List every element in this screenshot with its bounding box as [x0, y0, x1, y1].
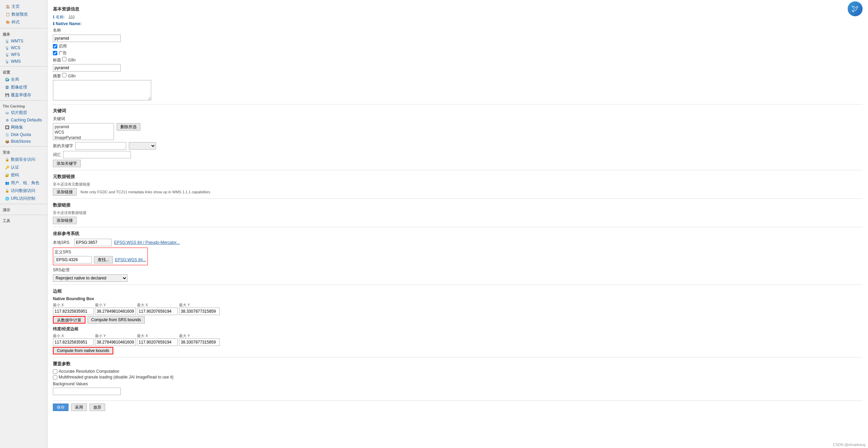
ad-checkbox[interactable] — [53, 51, 57, 55]
abstract-textarea[interactable] — [53, 80, 151, 100]
add-keyword-button[interactable]: 添加关键字 — [53, 160, 81, 167]
sidebar-item-home[interactable]: 🏠 主页 — [3, 3, 44, 11]
compute-from-data-button[interactable]: 从数据中计算 — [53, 316, 85, 324]
declared-srs-input[interactable] — [55, 256, 92, 264]
sidebar-item-auth[interactable]: 🔑 认证 — [0, 163, 47, 171]
declared-srs-label: 定义SRS — [55, 250, 71, 254]
native-min-y-input[interactable] — [95, 308, 136, 315]
title-input[interactable] — [53, 35, 121, 42]
sidebar-item-blobstores[interactable]: 📦 BlobStores — [0, 138, 47, 145]
multithreaded-checkbox[interactable] — [53, 375, 57, 379]
vocab-input[interactable] — [63, 151, 131, 158]
latlon-min-x-label: 最小 X — [53, 333, 94, 338]
no-data-links-text: 至今还没有数据链接 — [53, 210, 863, 215]
native-bb-buttons: 从数据中计算 Compute from SRS bounds — [53, 316, 863, 324]
srs-handling-select[interactable]: Reproject native to declared — [53, 274, 127, 282]
defaults-icon: ⚙ — [5, 118, 9, 122]
access-icon: 🔓 — [5, 189, 9, 193]
compute-from-native-button[interactable]: Compute from native bounds — [53, 347, 113, 354]
vocab-select[interactable] — [129, 142, 156, 150]
latlon-min-y-group: 最小 Y — [95, 333, 136, 346]
sidebar-item-disk-quota[interactable]: 💿 Disk Quota — [0, 131, 47, 138]
apply-button[interactable]: 采用 — [71, 404, 87, 411]
sidebar-item-url-access[interactable]: 🌐 URL访问控制 — [0, 195, 47, 202]
native-name-label: ℹ Native Name: — [53, 21, 81, 26]
accurate-resolution-checkbox[interactable] — [53, 369, 57, 374]
native-srs-row: 本地SRS EPSG:WGS 84 / Pseudo-Mercator... — [53, 239, 863, 246]
native-max-y-input[interactable] — [179, 308, 220, 315]
sidebar-item-data-security[interactable]: 🔒 数据安全访问 — [0, 156, 47, 163]
blob-icon: 📦 — [5, 139, 9, 144]
description-input[interactable] — [53, 64, 121, 72]
native-srs-input[interactable] — [74, 239, 112, 246]
sidebar-section-tile-caching: Tile Caching — [0, 102, 47, 109]
keyword-item[interactable]: WCS — [54, 130, 113, 135]
native-max-x-input[interactable] — [137, 308, 178, 315]
native-min-x-label: 最小 X — [53, 303, 94, 308]
sidebar-item-tile-layers[interactable]: 🗂 切片图层 — [0, 109, 47, 117]
users-icon: 👥 — [5, 181, 9, 186]
sidebar: 🏠 主页 📋 数据预览 🎨 样式 服务 📡 WMTS 📡 WCS 📡 WFS — [0, 0, 47, 448]
sidebar-item-preview[interactable]: 📋 数据预览 — [3, 11, 44, 18]
sidebar-item-users[interactable]: 👥 用户、组、角色 — [0, 179, 47, 187]
latlon-max-x-group: 最大 X — [137, 333, 178, 346]
add-data-link-button[interactable]: 添加链接 — [53, 217, 77, 224]
latlon-bb-label: 纬度/经度边框 — [53, 326, 863, 332]
sidebar-item-wmts[interactable]: 📡 WMTS — [0, 38, 47, 44]
native-max-x-group: 最大 X — [137, 303, 178, 315]
sidebar-item-coverage-cache[interactable]: 💾 覆盖率缓存 — [0, 91, 47, 99]
cancel-button[interactable]: 放弃 — [90, 404, 105, 411]
wms-icon: 📡 — [5, 59, 9, 64]
native-min-y-label: 最小 Y — [95, 303, 136, 308]
i18n-abstract-checkbox[interactable] — [62, 73, 66, 77]
sidebar-item-wms[interactable]: 📡 WMS — [0, 58, 47, 65]
latlon-min-x-input[interactable] — [53, 338, 94, 346]
enabled-checkbox[interactable] — [53, 44, 57, 48]
name-row: ℹ 名称: JJJ — [53, 14, 863, 20]
native-srs-label: 本地SRS — [53, 240, 70, 246]
data-links-section-title: 数据链接 — [53, 202, 863, 208]
declared-srs-link[interactable]: EPSG:WGS 84... — [115, 257, 146, 262]
keywords-section-title: 关键词 — [53, 108, 863, 114]
keyword-item[interactable]: ImagePyramid — [54, 135, 113, 140]
metadata-links-section-title: 元数据链接 — [53, 174, 863, 180]
background-values-input[interactable] — [53, 388, 121, 395]
declared-srs-box: 定义SRS 查找... EPSG:WGS 84... — [53, 248, 148, 265]
latlon-max-y-label: 最大 Y — [179, 333, 220, 338]
native-name-row: ℹ Native Name: — [53, 21, 863, 26]
name-value: JJJ — [68, 15, 75, 20]
wfs-icon: 📡 — [5, 52, 9, 57]
compute-from-srs-button[interactable]: Compute from SRS bounds — [87, 316, 145, 324]
latlon-max-x-input[interactable] — [137, 338, 178, 346]
wmts-icon: 📡 — [5, 39, 9, 43]
sidebar-item-wcs[interactable]: 📡 WCS — [0, 44, 47, 51]
sidebar-item-caching-defaults[interactable]: ⚙ Caching Defaults — [0, 117, 47, 123]
keywords-list: pyramid WCS ImagePyramid — [53, 123, 114, 140]
sidebar-item-gridsets[interactable]: 🔲 网格集 — [0, 123, 47, 131]
i18n-title-checkbox[interactable] — [62, 57, 66, 61]
i18n-abstract-label: i18n — [68, 74, 76, 78]
native-max-y-label: 最大 Y — [179, 303, 220, 308]
latlon-max-y-input[interactable] — [179, 338, 220, 346]
find-srs-button[interactable]: 查找... — [94, 256, 113, 264]
remove-keywords-button[interactable]: 删除所选 — [117, 123, 140, 131]
save-button[interactable]: 保存 — [53, 404, 68, 411]
cache-icon: 💾 — [5, 93, 9, 98]
add-metadata-button[interactable]: 添加链接 — [53, 188, 77, 196]
sidebar-item-style[interactable]: 🎨 样式 — [3, 18, 44, 26]
multithreaded-label: Multithreaded granule loading (disable J… — [59, 375, 174, 379]
desc-label: 标题 i18n — [53, 58, 76, 62]
sidebar-item-image-processing[interactable]: 🖼 图像处理 — [0, 83, 47, 91]
native-max-y-group: 最大 Y — [179, 303, 220, 315]
sidebar-item-access-data[interactable]: 🔓 访问数据访问 — [0, 187, 47, 195]
keyword-item[interactable]: pyramid — [54, 124, 113, 130]
sidebar-item-global[interactable]: 🌍 全局 — [0, 76, 47, 83]
native-srs-link[interactable]: EPSG:WGS 84 / Pseudo-Mercator... — [114, 240, 180, 245]
new-keyword-input[interactable] — [75, 142, 126, 150]
native-min-x-input[interactable] — [53, 308, 94, 315]
sidebar-item-wfs[interactable]: 📡 WFS — [0, 51, 47, 58]
srs-handling-label: SRS处理 — [53, 267, 70, 273]
multithreaded-row: Multithreaded granule loading (disable J… — [53, 375, 863, 379]
sidebar-item-password[interactable]: 🔐 密码 — [0, 171, 47, 179]
latlon-min-y-input[interactable] — [95, 338, 136, 346]
